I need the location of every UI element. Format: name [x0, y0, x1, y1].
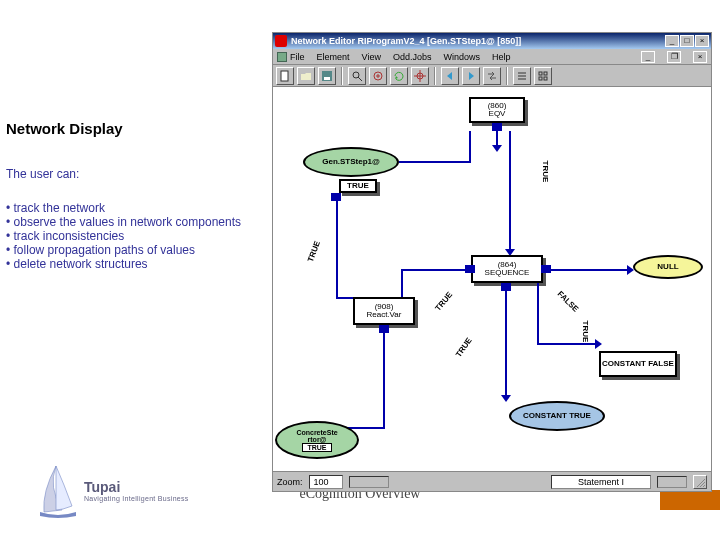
- node-concrete-l1: ConcreteSte: [296, 429, 337, 436]
- bullet-list: • track the network • observe the values…: [6, 201, 266, 271]
- brand-tagline: Navigating Intelligent Business: [84, 495, 189, 502]
- port[interactable]: [465, 265, 475, 273]
- mdi-restore-button[interactable]: ❐: [667, 51, 681, 63]
- port[interactable]: [379, 325, 389, 333]
- open-icon[interactable]: [297, 67, 315, 85]
- edge: [509, 131, 511, 251]
- menu-oddjobs-label: Odd.Jobs: [393, 52, 432, 62]
- bullet-item: • follow propagation paths of values: [6, 243, 266, 257]
- svg-rect-14: [539, 72, 542, 75]
- list-icon[interactable]: [513, 67, 531, 85]
- node-genst-true-label: TRUE: [347, 182, 369, 190]
- menu-windows[interactable]: Windows: [443, 52, 480, 62]
- title-bar[interactable]: Network Editor RIProgramV2_4 [Gen.STStep…: [273, 33, 711, 49]
- grid-icon[interactable]: [534, 67, 552, 85]
- node-null[interactable]: NULL: [633, 255, 703, 279]
- mdi-minimize-button[interactable]: _: [641, 51, 655, 63]
- bullet-item: • observe the values in network componen…: [6, 215, 266, 229]
- zoom-field[interactable]: 100: [309, 475, 343, 489]
- edge: [537, 283, 539, 343]
- edge: [505, 291, 507, 397]
- zoom-label: Zoom:: [277, 477, 303, 487]
- brand-logo: Tupai Navigating Intelligent Business: [40, 462, 189, 518]
- node-const-false[interactable]: CONSTANT FALSE: [599, 351, 677, 377]
- arrow-head-icon: [595, 339, 602, 349]
- node-const-true[interactable]: CONSTANT TRUE: [509, 401, 605, 431]
- edge-label-true: TRUE: [433, 290, 454, 312]
- network-canvas[interactable]: (860) EQV Gen.STStep1@ TRUE TRUE: [273, 87, 711, 471]
- zoom-scrollbar[interactable]: [349, 476, 389, 488]
- edge: [336, 201, 338, 297]
- menu-file[interactable]: File: [277, 52, 305, 62]
- status-bar: Zoom: 100 Statement I: [273, 471, 711, 491]
- edge: [399, 161, 469, 163]
- swap-icon[interactable]: [483, 67, 501, 85]
- mdi-close-button[interactable]: ×: [693, 51, 707, 63]
- minimize-button[interactable]: _: [665, 35, 679, 47]
- menu-windows-label: Windows: [443, 52, 480, 62]
- network-editor-window: Network Editor RIProgramV2_4 [Gen.STStep…: [272, 32, 712, 492]
- svg-rect-0: [281, 71, 288, 81]
- node-eqv-label: EQV: [489, 110, 506, 118]
- bullet-item: • delete network structures: [6, 257, 266, 271]
- app-icon: [275, 35, 287, 47]
- search-icon[interactable]: [348, 67, 366, 85]
- port[interactable]: [501, 283, 511, 291]
- node-reactvar[interactable]: (908) React.Var: [353, 297, 415, 325]
- node-eqv[interactable]: (860) EQV: [469, 97, 525, 123]
- node-genst-true[interactable]: TRUE: [339, 179, 377, 193]
- node-sequence-label: SEQUENCE: [485, 269, 530, 277]
- node-concrete-l2: rtor@: [308, 436, 327, 443]
- refresh-icon[interactable]: [390, 67, 408, 85]
- save-icon[interactable]: [318, 67, 336, 85]
- maximize-button[interactable]: □: [680, 35, 694, 47]
- node-sequence[interactable]: (864) SEQUENCE: [471, 255, 543, 283]
- close-button[interactable]: ×: [695, 35, 709, 47]
- resize-grip-icon[interactable]: [693, 475, 707, 489]
- node-const-false-label: CONSTANT FALSE: [602, 360, 674, 368]
- menu-help[interactable]: Help: [492, 52, 511, 62]
- doc-icon[interactable]: [276, 67, 294, 85]
- menu-help-label: Help: [492, 52, 511, 62]
- status-scrollbar[interactable]: [657, 476, 687, 488]
- node-reactvar-label: React.Var: [367, 311, 402, 319]
- toolbar: [273, 65, 711, 87]
- slide-title: Network Display: [6, 120, 266, 137]
- edge: [383, 333, 385, 427]
- edge-label-false: FALSE: [556, 289, 581, 314]
- menu-element-label: Element: [317, 52, 350, 62]
- menu-view[interactable]: View: [362, 52, 381, 62]
- menu-element[interactable]: Element: [317, 52, 350, 62]
- node-null-label: NULL: [657, 263, 678, 271]
- magnify-icon[interactable]: [369, 67, 387, 85]
- node-concrete[interactable]: ConcreteSte rtor@ TRUE: [275, 421, 359, 459]
- bullet-item: • track the network: [6, 201, 266, 215]
- port[interactable]: [492, 123, 502, 131]
- scroll-right-icon[interactable]: [462, 67, 480, 85]
- status-statement: Statement I: [551, 475, 651, 489]
- menu-file-label: File: [290, 52, 305, 62]
- svg-line-20: [703, 485, 705, 487]
- svg-line-4: [358, 77, 362, 81]
- svg-rect-2: [324, 77, 330, 80]
- node-const-true-label: CONSTANT TRUE: [523, 412, 591, 420]
- edge-label-true: TRUE: [306, 240, 322, 264]
- arrow-head-icon: [492, 145, 502, 152]
- port[interactable]: [331, 193, 341, 201]
- window-title: Network Editor RIProgramV2_4 [Gen.STStep…: [291, 36, 665, 46]
- node-genst[interactable]: Gen.STStep1@: [303, 147, 399, 177]
- menu-file-icon: [277, 52, 287, 62]
- svg-rect-17: [544, 77, 547, 80]
- arrow-head-icon: [501, 395, 511, 402]
- menu-oddjobs[interactable]: Odd.Jobs: [393, 52, 432, 62]
- crosshair-icon[interactable]: [411, 67, 429, 85]
- edge-label-true: TRUE: [581, 321, 590, 343]
- svg-rect-15: [544, 72, 547, 75]
- port[interactable]: [541, 265, 551, 273]
- edge: [551, 269, 629, 271]
- menu-view-label: View: [362, 52, 381, 62]
- scroll-left-icon[interactable]: [441, 67, 459, 85]
- node-concrete-l3: TRUE: [302, 443, 331, 452]
- edge-label-true: TRUE: [541, 161, 550, 183]
- svg-rect-16: [539, 77, 542, 80]
